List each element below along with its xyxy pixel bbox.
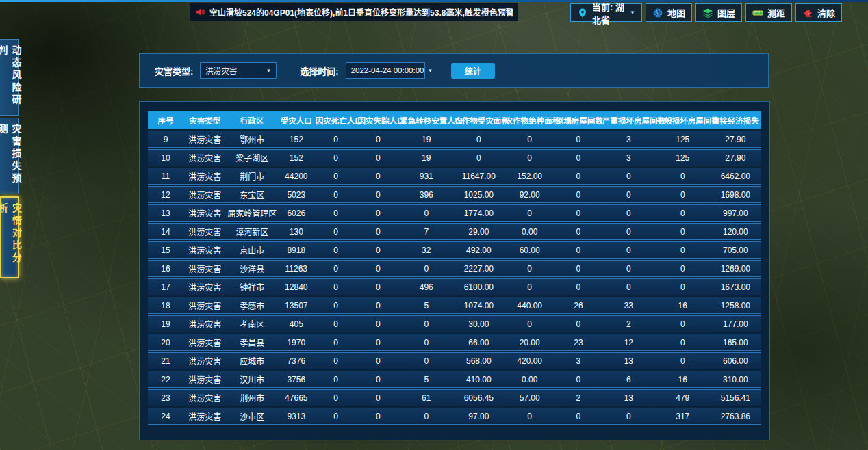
table-cell: 孝南区 <box>227 315 278 332</box>
disaster-type-select[interactable]: 洪涝灾害 ▼ <box>200 62 277 79</box>
table-cell: 0 <box>357 204 399 222</box>
region-selector[interactable]: 当前: 湖北省 ▼ <box>570 3 642 22</box>
table-cell: 60.00 <box>505 241 555 259</box>
sidebar-item-comparison-analysis[interactable]: 灾情对比分析 <box>0 196 19 278</box>
table-cell: 0 <box>399 260 453 277</box>
table-cell: 0 <box>357 389 399 406</box>
column-header: 紧急转移安置人口 <box>399 111 453 129</box>
table-cell: 0 <box>315 131 357 148</box>
measure-button[interactable]: 测距 <box>745 3 792 22</box>
table-cell: 0 <box>656 260 710 277</box>
table-cell: 0 <box>315 278 357 295</box>
table-cell: 492.00 <box>453 241 504 259</box>
table-cell: 0 <box>602 408 656 425</box>
table-cell: 13 <box>602 389 656 406</box>
table-cell: 13507 <box>278 297 315 314</box>
table-cell: 10 <box>148 149 183 166</box>
table-cell: 1269.00 <box>710 260 761 277</box>
table-cell: 5156.41 <box>710 389 761 406</box>
location-pin-icon <box>577 8 588 18</box>
table-row: 24洪涝灾害沙市区931300097.000003172763.86 <box>148 408 761 425</box>
table-cell: 16 <box>656 297 710 314</box>
table-row: 10洪涝灾害梁子湖区1520019000312527.90 <box>148 149 761 166</box>
table-cell: 496 <box>399 278 453 295</box>
table-cell: 洪涝灾害 <box>183 149 227 166</box>
table-cell: 6 <box>602 371 656 388</box>
table-cell: 396 <box>399 186 453 203</box>
table-cell: 26 <box>555 297 602 314</box>
table-cell: 0 <box>656 352 710 369</box>
table-cell: 19 <box>399 131 453 148</box>
map-toolbar: 当前: 湖北省 ▼ 地图 图层 测距 <box>570 3 842 22</box>
table-cell: 17 <box>148 278 183 295</box>
statistics-button[interactable]: 统计 <box>451 63 495 79</box>
chevron-down-icon: ▼ <box>630 10 635 16</box>
table-cell: 7376 <box>278 352 315 369</box>
column-header: 灾害类型 <box>183 111 227 129</box>
table-cell: 0 <box>315 223 357 240</box>
column-header: 直接经济损失 <box>710 111 761 129</box>
table-cell: 0 <box>602 223 656 240</box>
table-cell: 0 <box>315 241 357 259</box>
time-label: 选择时间: <box>300 64 338 77</box>
table-cell: 152 <box>278 131 315 148</box>
table-cell: 0 <box>505 131 555 148</box>
table-row: 15洪涝灾害京山市89180032492.0060.00000705.00 <box>148 241 761 259</box>
table-cell: 0 <box>656 334 710 351</box>
table-cell: 0 <box>315 149 357 166</box>
table-cell: 0 <box>357 334 399 351</box>
table-cell: 317 <box>656 408 710 425</box>
table-cell: 洪涝灾害 <box>183 408 227 425</box>
table-cell: 705.00 <box>710 241 761 259</box>
column-header: 受灾人口 <box>278 111 315 129</box>
chevron-down-icon: ▼ <box>427 68 433 74</box>
table-cell: 3 <box>602 131 656 148</box>
disaster-type-value: 洪涝灾害 <box>205 65 237 76</box>
table-cell: 洪涝灾害 <box>183 297 227 314</box>
table-cell: 0 <box>357 297 399 314</box>
map-button[interactable]: 地图 <box>646 3 692 22</box>
chevron-down-icon: ▼ <box>266 68 271 74</box>
table-cell: 7 <box>399 223 453 240</box>
table-cell: 0 <box>399 408 453 425</box>
table-cell: 0 <box>315 352 357 369</box>
table-row: 16洪涝灾害沙洋县112630002227.0000001269.00 <box>148 260 761 277</box>
table-cell: 3 <box>602 149 656 166</box>
table-cell: 0 <box>602 204 656 222</box>
table-cell: 1673.00 <box>710 278 761 295</box>
sidebar-item-loss-prediction[interactable]: 灾害损失预测 <box>0 118 19 194</box>
clear-button[interactable]: 清除 <box>795 3 842 22</box>
table-cell: 屈家岭管理区 <box>227 204 278 222</box>
table-cell: 13 <box>148 204 183 222</box>
table-cell: 479 <box>656 389 710 406</box>
table-cell: 0.00 <box>505 371 555 388</box>
table-cell: 29.00 <box>453 223 504 240</box>
layers-button[interactable]: 图层 <box>695 3 742 22</box>
table-cell: 16 <box>656 371 710 388</box>
disaster-type-label: 灾害类型: <box>155 64 193 77</box>
column-header: 因灾死亡人口 <box>315 111 357 129</box>
table-cell: 11647.00 <box>453 168 504 185</box>
table-body: 9洪涝灾害鄂州市1520019000312527.9010洪涝灾害梁子湖区152… <box>148 131 761 425</box>
table-cell: 177.00 <box>710 315 761 332</box>
table-cell: 0 <box>357 260 399 277</box>
sidebar-item-dynamic-risk[interactable]: 动态风险研判 <box>0 39 19 116</box>
table-cell: 0 <box>315 204 357 222</box>
table-cell: 0 <box>602 241 656 259</box>
table-cell: 27.90 <box>710 149 761 166</box>
table-cell: 5 <box>399 297 453 314</box>
table-cell: 47665 <box>278 389 315 406</box>
table-cell: 0 <box>357 241 399 259</box>
table-cell: 0 <box>602 260 656 277</box>
table-cell: 0 <box>505 315 555 332</box>
table-cell: 0 <box>505 408 555 425</box>
table-cell: 125 <box>656 131 710 148</box>
table-cell: 0 <box>315 168 357 185</box>
time-select[interactable]: 2022-04-24 00:00:00 ▼ <box>346 62 425 79</box>
table-cell: 57.00 <box>505 389 555 406</box>
table-cell: 沙洋县 <box>227 260 278 277</box>
filter-panel: 灾害类型: 洪涝灾害 ▼ 选择时间: 2022-04-24 00:00:00 ▼… <box>139 53 769 88</box>
table-cell: 洪涝灾害 <box>183 371 227 388</box>
table-cell: 20 <box>148 334 183 351</box>
table-cell: 21 <box>148 352 183 369</box>
